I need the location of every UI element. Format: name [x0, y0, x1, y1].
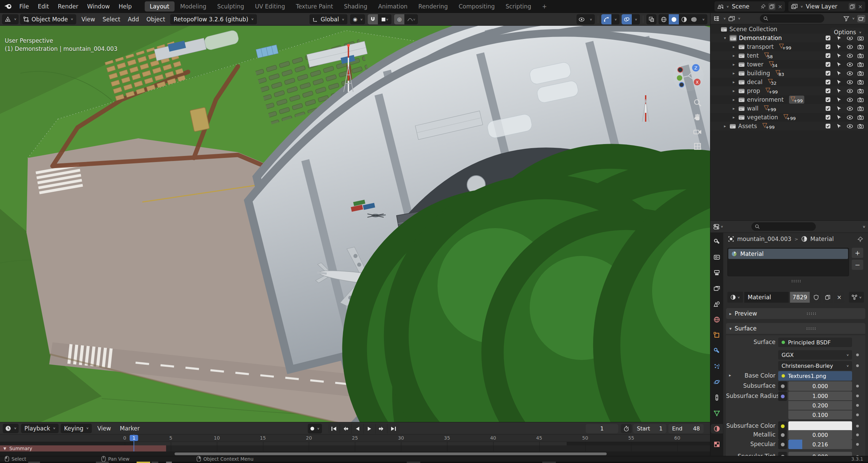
material-slot-active[interactable]: Material	[728, 249, 848, 259]
disclosure-icon[interactable]: ▸	[731, 71, 737, 76]
exclude-checkbox-icon[interactable]	[823, 88, 833, 94]
selectable-icon[interactable]	[834, 53, 844, 58]
disclosure-icon[interactable]: ▸	[722, 124, 728, 128]
tab-layout[interactable]: Layout	[145, 1, 175, 12]
prev-keyframe-button[interactable]	[340, 424, 352, 434]
chevron-down-icon[interactable]: ∨	[721, 225, 723, 228]
properties-tab-output[interactable]	[711, 268, 723, 278]
move-view-icon[interactable]	[693, 113, 702, 122]
shading-rendered-button[interactable]	[689, 14, 699, 24]
tab-animation[interactable]: Animation	[373, 1, 413, 12]
scrollbar-thumb[interactable]	[175, 452, 607, 455]
chevron-down-icon[interactable]: ∨	[738, 17, 740, 20]
breadcrumb-datablock[interactable]: Material	[810, 236, 834, 242]
outliner-row-environment[interactable]: ▸environment▽+99	[710, 95, 868, 104]
add-slot-button[interactable]: +	[852, 248, 863, 258]
menu-file[interactable]: File	[15, 2, 33, 11]
breadcrumb-object[interactable]: mountain_004.003	[737, 236, 791, 242]
new-scene-icon[interactable]	[768, 3, 775, 10]
menu-help[interactable]: Help	[114, 2, 136, 11]
hide-viewport-eye-icon[interactable]	[845, 97, 854, 102]
selectable-icon[interactable]	[834, 123, 844, 129]
properties-tab-particles[interactable]	[711, 362, 723, 371]
close-icon[interactable]: ×	[778, 3, 782, 10]
selectable-icon[interactable]	[834, 88, 844, 94]
outliner-display-mode-button[interactable]	[728, 16, 735, 21]
viewport-menu-select[interactable]: Select	[99, 15, 124, 24]
outliner-row-tent[interactable]: ▸tent▽58	[710, 51, 868, 60]
exclude-checkbox-icon[interactable]	[823, 53, 833, 59]
tab-rendering[interactable]: Rendering	[413, 1, 453, 12]
outliner-search-input[interactable]	[771, 16, 818, 22]
hide-viewport-eye-icon[interactable]	[845, 53, 854, 58]
editor-type-button[interactable]: ∨	[2, 14, 19, 24]
outliner-row-decal[interactable]: ▸decal▽32	[710, 78, 868, 86]
disable-render-camera-icon[interactable]	[856, 106, 865, 111]
exclude-checkbox-icon[interactable]	[823, 114, 833, 120]
hide-viewport-eye-icon[interactable]	[845, 62, 854, 67]
remove-slot-button[interactable]: −	[852, 260, 863, 270]
material-name-field[interactable]: Material	[744, 292, 789, 303]
keyframe-dot[interactable]	[856, 395, 859, 397]
properties-search-input[interactable]	[762, 224, 810, 230]
specular-tint-slider[interactable]: 0.000	[788, 452, 852, 456]
subsurface-color-swatch[interactable]	[788, 421, 852, 431]
shading-material-button[interactable]	[679, 14, 689, 24]
selectable-icon[interactable]	[834, 79, 844, 85]
use-preview-range-button[interactable]	[621, 424, 632, 433]
material-slot-list[interactable]: Material	[727, 248, 849, 276]
preview-panel-header[interactable]: ▸ Preview	[726, 308, 865, 319]
next-keyframe-button[interactable]	[376, 424, 387, 434]
properties-tab-scene[interactable]	[711, 299, 723, 309]
disclosure-icon[interactable]: ▸	[731, 115, 737, 120]
disclosure-icon[interactable]: ▸	[731, 62, 737, 67]
keyframe-dot[interactable]	[856, 354, 859, 356]
show-overlays-toggle[interactable]	[622, 14, 632, 24]
outliner-row-wall[interactable]: ▸wall▽+99	[710, 104, 868, 113]
timeline-editor-type-button[interactable]: ∨	[3, 424, 19, 433]
viewport-3d[interactable]: User Perspective (1) Demonstration | mou…	[0, 26, 710, 422]
playhead-chip[interactable]: 1	[130, 435, 138, 441]
timeline-scrollbar[interactable]	[0, 451, 710, 456]
subsurface-radius-value-3[interactable]: 0.100	[788, 410, 852, 419]
timeline-menu-view[interactable]: View	[94, 424, 114, 433]
metallic-slider[interactable]: 0.000	[788, 430, 852, 440]
properties-tab-modifiers[interactable]	[711, 346, 723, 356]
new-view-layer-icon[interactable]	[849, 3, 856, 10]
chevron-down-icon[interactable]: ∨	[587, 14, 595, 24]
socket-button[interactable]	[778, 452, 787, 456]
end-frame-field[interactable]: End 48	[668, 424, 704, 433]
chevron-down-icon[interactable]: ∨	[699, 14, 707, 24]
zoom-icon[interactable]	[693, 98, 702, 107]
exclude-checkbox-icon[interactable]	[823, 70, 833, 76]
menu-edit[interactable]: Edit	[33, 2, 53, 11]
auto-keying-button[interactable]: ∨	[308, 424, 322, 434]
properties-tab-texture[interactable]	[711, 440, 723, 449]
xray-toggle[interactable]	[646, 14, 657, 24]
mode-dropdown[interactable]: Object Mode ∨	[20, 14, 76, 24]
fake-user-shield-icon[interactable]	[811, 292, 821, 303]
keyframe-dot[interactable]	[856, 425, 859, 427]
timeline-ruler[interactable]: 051015202530354045505560	[0, 435, 710, 442]
shading-solid-button[interactable]	[669, 14, 679, 24]
selectable-icon[interactable]	[834, 106, 844, 111]
selectable-icon[interactable]	[834, 62, 844, 67]
node-tree-dropdown[interactable]: ∨	[849, 292, 864, 303]
properties-tab-material[interactable]	[711, 424, 723, 434]
panel-drag-grip[interactable]	[806, 327, 815, 330]
browse-material-button[interactable]: ∨	[727, 292, 743, 303]
disclosure-icon[interactable]: ▸	[731, 97, 737, 102]
summary-channel[interactable]: ▼ Summary	[0, 445, 166, 451]
outliner-row-vegetation[interactable]: ▸vegetation▽+99	[710, 113, 868, 122]
outliner-row-prop[interactable]: ▸prop▽+99	[710, 86, 868, 95]
keyframe-dot[interactable]	[856, 404, 859, 407]
exclude-checkbox-icon[interactable]	[823, 79, 833, 85]
orientation-dropdown[interactable]: Global ∨	[309, 14, 347, 24]
show-object-types-dropdown[interactable]	[577, 14, 587, 24]
properties-tab-object-data[interactable]	[711, 408, 723, 418]
disable-render-camera-icon[interactable]	[856, 88, 865, 94]
disclosure-icon[interactable]: ▼	[3, 446, 6, 451]
subsurface-slider[interactable]: 0.000	[788, 381, 852, 391]
properties-tab-object[interactable]	[711, 330, 723, 340]
tab-compositing[interactable]: Compositing	[453, 1, 500, 12]
